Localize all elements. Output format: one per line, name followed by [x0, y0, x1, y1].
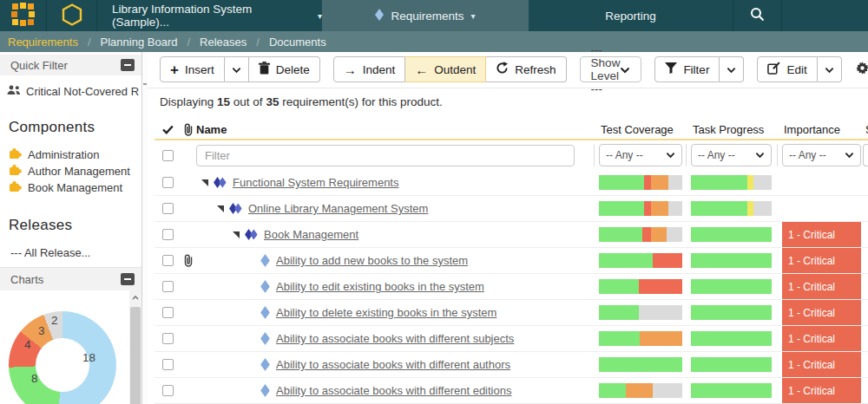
component-item-administration[interactable]: Administration [9, 147, 141, 163]
table-filter-row: -- Any -- -- Any -- -- Any -- [155, 140, 868, 170]
requirement-link[interactable]: Ability to delete existing books in the … [276, 306, 496, 319]
row-checkbox[interactable] [162, 307, 174, 318]
breadcrumb-planning-board[interactable]: Planning Board [101, 36, 178, 49]
donut-label: 3 [38, 324, 45, 337]
importance-cell [782, 170, 861, 195]
requirement-diamond-icon [260, 306, 270, 319]
requirement-link[interactable]: Ability to add new books to the system [276, 254, 468, 267]
indent-label: Indent [363, 63, 396, 76]
edit-button[interactable]: Edit [757, 56, 817, 82]
workspace-menu[interactable]: Library Information System (Sample)... ▾ [97, 0, 322, 31]
test-coverage-bar [599, 279, 682, 294]
importance-cell: 1 - Critical [782, 352, 861, 377]
requirement-link[interactable]: Ability to associate books with differen… [276, 358, 510, 371]
chevron-down-icon [232, 63, 241, 76]
filter-row-checkbox[interactable] [162, 150, 174, 161]
task-progress-bar [691, 383, 772, 398]
splitter-handle[interactable] [143, 83, 147, 85]
column-header-name[interactable]: Name [196, 123, 599, 136]
component-item-book-management[interactable]: Book Management [9, 179, 141, 196]
row-checkbox[interactable] [162, 281, 174, 292]
column-header-cutoff: S [861, 123, 868, 136]
app-logo[interactable] [0, 0, 46, 31]
row-checkbox[interactable] [162, 177, 174, 188]
table-row: Ability to add new books to the system 1… [155, 248, 868, 274]
breadcrumb-requirements[interactable]: Requirements [8, 36, 78, 49]
column-header-importance[interactable]: Importance [782, 123, 861, 136]
filter-dropdown-button[interactable] [720, 56, 744, 82]
workspace-hexagon-button[interactable] [47, 0, 96, 31]
quick-filter-item-critical-not-covered[interactable]: Critical Not-Covered R [7, 85, 141, 98]
delete-label: Delete [276, 63, 310, 76]
outdent-button[interactable]: ← Outdent [405, 56, 486, 82]
component-label: Administration [28, 148, 99, 161]
indent-button[interactable]: → Indent [333, 56, 406, 82]
collapse-triangle-icon[interactable] [233, 231, 240, 238]
row-checkbox[interactable] [162, 385, 174, 396]
component-item-author-management[interactable]: Author Management [9, 163, 141, 179]
chevron-down-icon: ▾ [471, 11, 476, 21]
shown-count: 15 [217, 95, 230, 108]
sidebar-splitter[interactable] [141, 52, 148, 404]
requirement-link[interactable]: Functional System Requirements [233, 176, 398, 189]
edit-dropdown-button[interactable] [818, 56, 842, 82]
insert-dropdown-button[interactable] [225, 56, 249, 82]
row-checkbox[interactable] [162, 359, 174, 370]
test-coverage-bar [599, 175, 682, 190]
requirement-link[interactable]: Ability to associate books with differen… [276, 384, 511, 397]
breadcrumb-separator: / [88, 36, 91, 49]
release-item-all-releases[interactable]: --- All Release... [10, 246, 141, 259]
scrollbar-thumb[interactable] [130, 307, 141, 404]
collapse-triangle-icon[interactable] [217, 205, 224, 212]
task-progress-bar [691, 175, 772, 190]
test-coverage-bar [599, 331, 682, 346]
select-all-check-icon[interactable] [155, 125, 181, 134]
charts-scrollbar[interactable] [129, 290, 141, 404]
column-header-task-progress[interactable]: Task Progress [691, 123, 772, 136]
requirement-link[interactable]: Ability to associate books with differen… [276, 332, 514, 345]
requirement-diamond-icon [260, 280, 270, 293]
requirement-link[interactable]: Ability to edit existing books in the sy… [276, 280, 484, 293]
attachment-column-paperclip-icon [181, 123, 196, 136]
collapse-quick-filter-button[interactable] [121, 59, 135, 71]
global-search-button[interactable] [733, 0, 781, 31]
row-checkbox[interactable] [162, 229, 174, 240]
requirements-table: Name Test Coverage Task Progress Importa… [155, 120, 868, 404]
show-level-select[interactable]: --- Show Level --- [580, 56, 642, 82]
task-progress-filter-select[interactable]: -- Any -- [691, 144, 772, 166]
delete-button[interactable]: Delete [249, 56, 320, 82]
settings-gear-button[interactable] [855, 61, 868, 78]
tab-reporting[interactable]: Reporting [529, 0, 733, 31]
tab-requirements-label: Requirements [391, 10, 464, 23]
breadcrumb-releases[interactable]: Releases [200, 36, 247, 49]
requirement-link[interactable]: Online Library Management System [248, 202, 428, 215]
component-label: Book Management [28, 181, 122, 194]
requirement-link[interactable]: Book Management [264, 228, 358, 241]
tab-requirements[interactable]: Requirements ▾ [322, 0, 529, 31]
task-progress-bar [691, 227, 772, 242]
collapse-charts-button[interactable] [121, 273, 135, 285]
table-row: Ability to associate books with differen… [155, 352, 868, 378]
row-checkbox[interactable] [162, 255, 174, 266]
test-coverage-filter-select[interactable]: -- Any -- [599, 144, 682, 166]
importance-cell: 1 - Critical [782, 326, 861, 351]
row-checkbox[interactable] [162, 333, 174, 344]
chevron-down-icon [620, 63, 630, 76]
name-filter-input[interactable] [196, 145, 575, 166]
refresh-icon [496, 62, 509, 77]
row-checkbox[interactable] [162, 203, 174, 214]
refresh-button[interactable]: Refresh [486, 56, 566, 82]
insert-button[interactable]: + Insert [160, 56, 225, 82]
test-coverage-bar [599, 253, 682, 268]
filter-button[interactable]: Filter [654, 56, 720, 82]
cutoff-filter-select [863, 144, 868, 166]
scroll-up-arrow-icon[interactable] [129, 290, 141, 304]
task-progress-bar [691, 331, 772, 346]
breadcrumb-documents[interactable]: Documents [269, 36, 326, 49]
outdent-label: Outdent [434, 63, 476, 76]
chevron-down-icon [666, 149, 675, 161]
column-header-test-coverage[interactable]: Test Coverage [599, 123, 682, 136]
collapse-triangle-icon[interactable] [201, 179, 208, 186]
importance-filter-select[interactable]: -- Any -- [782, 144, 861, 166]
charts-panel-header: Charts [0, 267, 141, 290]
